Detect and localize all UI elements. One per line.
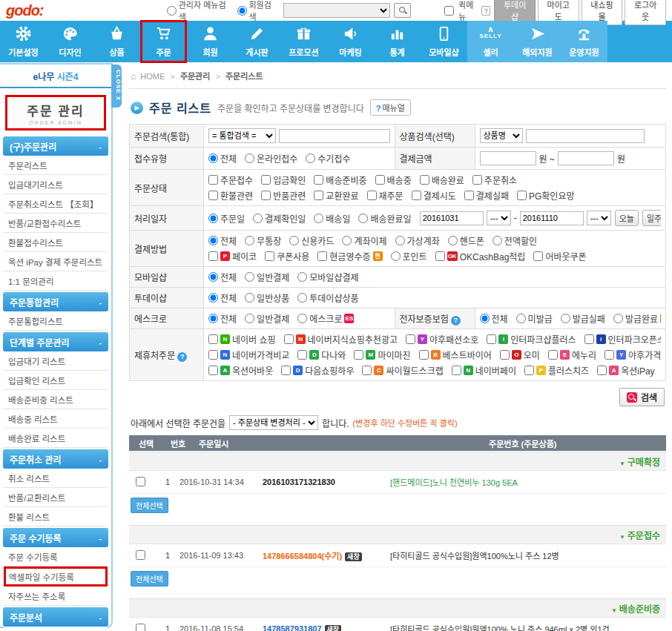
radio-input[interactable] — [208, 214, 218, 223]
checkbox-input[interactable] — [367, 191, 377, 200]
checkbox-input[interactable] — [317, 251, 327, 261]
form-select[interactable]: --- — [587, 211, 611, 225]
radio-input[interactable] — [306, 153, 315, 163]
checkbox-input[interactable] — [605, 350, 614, 360]
new-window-badge[interactable]: 새창 — [325, 625, 342, 631]
checkbox-환불관련[interactable]: 환불관련 — [208, 189, 253, 202]
checkbox-input[interactable] — [314, 175, 323, 185]
checkbox-input[interactable] — [375, 175, 385, 185]
breadcrumb-page[interactable]: 주문리스트 — [225, 72, 263, 81]
checkbox-input[interactable] — [452, 366, 461, 375]
radio-input[interactable] — [208, 236, 218, 245]
help-icon[interactable]: ? — [177, 352, 187, 362]
checkbox-input[interactable] — [281, 366, 291, 375]
radio-input[interactable] — [289, 236, 299, 245]
nav-item-member[interactable]: 회원 — [187, 21, 234, 62]
checkbox-교환완료[interactable]: 교환완료 — [314, 189, 358, 202]
form-text-input[interactable] — [420, 211, 484, 225]
radio-수기접수[interactable]: 수기접수 — [306, 152, 350, 165]
radio-input[interactable] — [395, 236, 405, 245]
radio-투데이샵상품[interactable]: 투데이샵상품 — [297, 291, 358, 304]
radio-input[interactable] — [208, 293, 218, 303]
radio-일반결제[interactable]: 일반결제 — [245, 312, 289, 325]
checkbox-input[interactable] — [261, 175, 271, 185]
quick-menu-option[interactable]: 퀵메뉴 ? — [441, 0, 490, 22]
sidebar-section-주문 수기등록[interactable]: 주문 수기등록- — [3, 528, 108, 547]
radio-모바일샵결제[interactable]: 모바일샵결제 — [297, 271, 358, 283]
sidebar-item-주문취소리스트 【조회】[interactable]: 주문취소리스트 【조회】 — [4, 194, 108, 214]
radio-계좌이체[interactable]: 계좌이체 — [342, 234, 386, 247]
collapse-icon[interactable]: - — [99, 338, 102, 347]
row-product-name[interactable]: [타히티골드 공식수입원]원액100% 노니 주스 946ml x 2병 외1건 — [390, 623, 666, 631]
radio-input[interactable] — [480, 314, 490, 323]
row-order-number[interactable]: 1478587931807새창 — [263, 624, 390, 631]
checkbox-입금확인[interactable]: 입금확인 — [261, 174, 306, 186]
checkbox-input[interactable] — [464, 191, 474, 200]
radio-온라인접수[interactable]: 온라인접수 — [245, 152, 297, 165]
collapse-icon[interactable]: - — [99, 142, 102, 151]
sidebar-item-일별 주문통계[interactable]: 일별 주문통계 — [4, 627, 108, 631]
checkbox-input[interactable] — [487, 334, 496, 344]
member-search-radio[interactable] — [237, 6, 247, 16]
nav-item-selly[interactable]: ∧SELLY셀리 — [467, 21, 514, 62]
radio-전체[interactable]: 전체 — [208, 291, 237, 304]
checkbox-재주문[interactable]: 재주문 — [367, 189, 403, 202]
radio-결제확인일[interactable]: 결제확인일 — [253, 212, 306, 225]
radio-주문일[interactable]: 주문일 — [208, 212, 245, 225]
new-window-badge[interactable]: 새창 — [345, 552, 362, 561]
checkbox-input[interactable] — [472, 175, 482, 185]
radio-input[interactable] — [391, 251, 401, 261]
sidebar-item-반품/교환접수리스트[interactable]: 반품/교환접수리스트 — [4, 214, 108, 233]
quick-date-button-일주일[interactable]: 일주일 — [642, 210, 661, 226]
sidebar-item-1:1 문의관리[interactable]: 1:1 문의관리 — [4, 271, 108, 291]
radio-input[interactable] — [253, 214, 263, 223]
sidebar-section-주문취소 관리[interactable]: 주문취소 관리- — [3, 449, 108, 469]
form-text-input[interactable] — [520, 211, 584, 225]
row-checkbox[interactable] — [136, 477, 145, 486]
radio-전체[interactable]: 전체 — [480, 312, 508, 325]
radio-input[interactable] — [314, 214, 323, 223]
checkbox-에누리[interactable]: E에누리 — [548, 348, 596, 361]
quick-date-button-오늘[interactable]: 오늘 — [615, 210, 639, 226]
nav-item-marketing[interactable]: 마케팅 — [327, 21, 374, 62]
row-product-name[interactable]: [핸드메이드]노니 천연비누 130g 5EA — [390, 476, 666, 488]
nav-item-product[interactable]: 상품 — [93, 21, 140, 62]
radio-가상계좌[interactable]: 가상계좌 — [395, 234, 440, 247]
radio-배송완료일[interactable]: 배송완료일 — [358, 212, 411, 225]
checkbox-input[interactable] — [500, 350, 510, 360]
radio-전액할인[interactable]: 전액할인 — [493, 234, 537, 247]
sidebar-item-엑셀파일 수기등록[interactable]: 엑셀파일 수기등록 — [4, 566, 108, 587]
form-text-input[interactable] — [480, 151, 536, 165]
select-all-button[interactable]: 전체선택 — [131, 571, 168, 587]
radio-input[interactable] — [208, 153, 218, 163]
top-button-로그아웃[interactable]: 로그아웃 — [625, 0, 666, 25]
checkbox-input[interactable] — [297, 350, 307, 360]
sidebar-item-배송완료 리스트[interactable]: 배송완료 리스트 — [4, 429, 108, 448]
checkbox-input[interactable] — [406, 334, 415, 344]
row-product-name[interactable]: [타히티골드 공식수입원]원액100%노니 주스 12병 — [390, 549, 666, 561]
top-search-button[interactable] — [394, 3, 412, 18]
nav-item-order[interactable]: 주문 — [140, 21, 187, 62]
sidebar-item-배송준비중 리스트[interactable]: 배송준비중 리스트 — [4, 390, 108, 409]
checkbox-야후가격비교[interactable]: Y야후가격비교 — [605, 348, 661, 361]
checkbox-싸이월드스크랩[interactable]: C싸이월드스크랩 — [362, 364, 443, 377]
nav-item-stats[interactable]: 통계 — [374, 21, 421, 62]
form-select[interactable]: 상품명 — [480, 128, 523, 143]
radio-input[interactable] — [245, 153, 254, 163]
sidebar-item-취소 리스트[interactable]: 취소 리스트 — [4, 469, 108, 488]
checkbox-다음쇼핑하우[interactable]: D다음쇼핑하우 — [281, 364, 354, 377]
checkbox-배송완료[interactable]: 배송완료 — [420, 174, 464, 186]
sidebar-section-주문분석[interactable]: 주문분석- — [3, 607, 108, 627]
radio-일반결제[interactable]: 일반결제 — [245, 271, 289, 283]
checkbox-input[interactable] — [419, 350, 429, 360]
checkbox-input[interactable] — [412, 191, 421, 200]
checkbox-배송준비중[interactable]: 배송준비중 — [314, 174, 366, 186]
form-text-input[interactable] — [558, 151, 614, 165]
sidebar-section-(구)주문관리[interactable]: (구)주문관리- — [3, 136, 108, 156]
checkbox-input[interactable] — [584, 334, 594, 344]
checkbox-페이코[interactable]: P페이코 — [208, 250, 257, 262]
row-checkbox[interactable] — [136, 550, 145, 560]
checkbox-마이마진[interactable]: M마이마진 — [354, 348, 410, 361]
nav-item-mobile[interactable]: 모바일샵 — [421, 21, 467, 62]
checkbox-네이버가격비교[interactable]: N네이버가격비교 — [208, 348, 289, 361]
